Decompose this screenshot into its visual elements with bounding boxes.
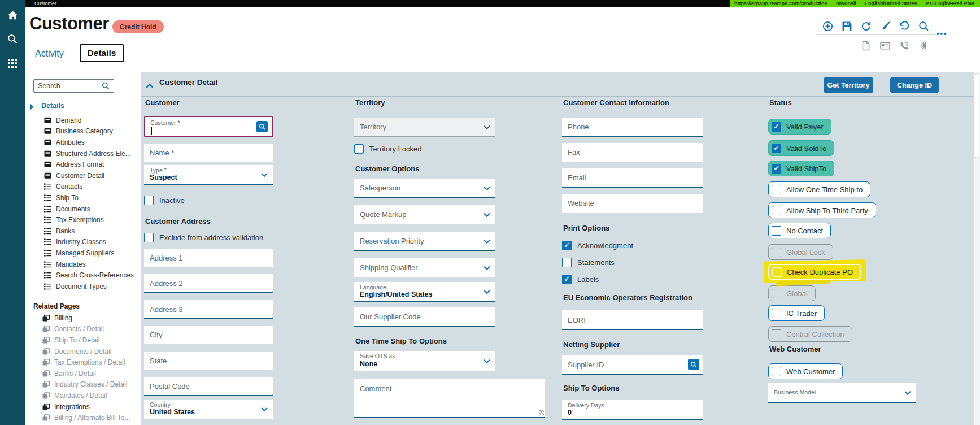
customer-field[interactable]: Customer * <box>144 116 273 137</box>
sidebar-item-tax-exemptions[interactable]: Tax Exemptions <box>44 214 134 225</box>
add-icon[interactable] <box>822 21 833 32</box>
save-ots-dropdown[interactable]: Save OTS as None <box>354 351 495 371</box>
toggle-allow-ship-third-party[interactable]: Allow Ship To Third Party <box>768 202 876 218</box>
clean-icon[interactable] <box>880 21 891 32</box>
exclude-validation-checkbox[interactable] <box>144 233 154 242</box>
acknowledgment-checkbox[interactable] <box>562 241 572 250</box>
sidebar-search-input[interactable]: Search <box>33 79 114 93</box>
get-territory-button[interactable]: Get Territory <box>824 77 873 93</box>
address2-field[interactable]: Address 2 <box>144 274 273 293</box>
vertical-scrollbar[interactable] <box>973 72 980 425</box>
sidebar-item-banks[interactable]: Banks <box>44 225 134 237</box>
app-grid-icon[interactable] <box>0 54 25 73</box>
toggle-valid-soldto[interactable]: Valid SoldTo <box>768 140 834 156</box>
email-field[interactable]: Email <box>562 168 703 188</box>
sidebar-item-demand[interactable]: Demand <box>44 115 134 126</box>
home-icon[interactable] <box>0 6 25 25</box>
sidebar-item-structured-address[interactable]: Structured Address Ele... <box>44 148 134 159</box>
toggle-web-customer[interactable]: Web Customer <box>768 363 843 379</box>
sidebar-item-document-types[interactable]: Document Types <box>44 281 134 292</box>
related-item-banks-detail[interactable]: Banks / Detail <box>42 368 130 379</box>
exclude-validation-checkbox-row[interactable]: Exclude from address validation <box>144 233 263 242</box>
customer-lookup-icon[interactable] <box>256 121 268 132</box>
statements-checkbox[interactable] <box>562 258 572 267</box>
toggle-valid-payer[interactable]: Valid Payer <box>768 119 831 135</box>
delivery-days-field[interactable]: Delivery Days 0 <box>562 400 703 420</box>
our-supplier-code-field[interactable]: Our Supplier Code <box>354 307 495 327</box>
sidebar-item-customer-detail[interactable]: Customer Detail <box>44 170 134 181</box>
language-dropdown[interactable]: Language English/United States <box>354 282 495 302</box>
toggle-check-duplicate-po[interactable]: Check Duplicate PO <box>768 264 861 280</box>
tab-activity[interactable]: Activity <box>35 49 64 59</box>
sidebar-item-business-category[interactable]: Business Category <box>44 126 134 137</box>
supplier-lookup-icon[interactable] <box>688 359 699 370</box>
toggle-ic-trader[interactable]: IC Trader <box>768 305 825 321</box>
country-dropdown[interactable]: Country United States <box>144 400 273 419</box>
overflow-menu-icon[interactable]: ••• <box>937 29 948 38</box>
territory-dropdown[interactable]: Territory <box>354 118 495 137</box>
toggle-valid-shipto[interactable]: Valid ShipTo <box>768 161 834 176</box>
sidebar-item-documents[interactable]: Documents <box>44 203 134 215</box>
sidebar-item-attributes[interactable]: Attributes <box>44 137 134 148</box>
postal-code-field[interactable]: Postal Code <box>144 377 273 396</box>
related-item-industry-classes-detail[interactable]: Industry Classes / Detail <box>42 379 130 391</box>
eori-field[interactable]: EORI <box>562 310 703 330</box>
inactive-checkbox-row[interactable]: Inactive <box>144 196 185 205</box>
toggle-allow-one-time-ship[interactable]: Allow One Time Ship to <box>768 181 870 197</box>
related-item-ship-to-detail[interactable]: Ship To / Detail <box>42 335 130 346</box>
website-field[interactable]: Website <box>562 194 703 213</box>
related-item-mandates-detail[interactable]: Mandates / Detail <box>42 390 130 401</box>
related-item-contacts-detail[interactable]: Contacts / Detail <box>42 324 130 335</box>
fax-field[interactable]: Fax <box>562 143 703 162</box>
document-icon[interactable] <box>860 40 871 51</box>
search-icon[interactable] <box>0 29 25 49</box>
sidebar-item-contacts[interactable]: Contacts <box>44 181 134 193</box>
territory-locked-checkbox-row[interactable]: Territory Locked <box>354 144 421 154</box>
search-records-icon[interactable] <box>918 21 929 32</box>
address1-field[interactable]: Address 1 <box>144 249 273 267</box>
phone-field[interactable]: Phone <box>562 118 703 137</box>
related-item-tax-exemptions-detail[interactable]: Tax Exemptions / Detail <box>42 357 130 368</box>
sidebar-item-search-cross-references[interactable]: Search Cross-References <box>44 270 134 281</box>
sidebar-item-ship-to[interactable]: Ship To <box>44 192 134 203</box>
related-item-billing-alternate[interactable]: Billing / Alternate Bill To... <box>42 412 130 423</box>
type-dropdown[interactable]: Type * Suspect <box>144 165 273 185</box>
business-model-dropdown[interactable]: Business Model <box>768 383 916 403</box>
sidebar-item-address-format[interactable]: Address Format <box>44 159 134 170</box>
sidebar-item-industry-classes[interactable]: Industry Classes <box>44 237 134 248</box>
toggle-no-contact[interactable]: No Contact <box>768 223 831 238</box>
quote-markup-dropdown[interactable]: Quote Markup <box>354 205 495 224</box>
related-item-billing[interactable]: Billing <box>42 313 130 324</box>
refresh-icon[interactable] <box>861 21 872 32</box>
salesperson-dropdown[interactable]: Salesperson <box>354 179 495 198</box>
attachment-icon[interactable] <box>918 40 929 51</box>
inactive-checkbox[interactable] <box>144 196 154 205</box>
sidebar-item-managed-suppliers[interactable]: Managed Suppliers <box>44 248 134 259</box>
scrollbar-thumb[interactable] <box>975 73 979 158</box>
card-icon <box>44 161 51 168</box>
undo-icon[interactable] <box>899 21 910 32</box>
name-field[interactable]: Name * <box>144 144 273 162</box>
acknowledgment-checkbox-row[interactable]: Acknowledgment <box>562 241 633 250</box>
resize-handle[interactable] <box>539 410 544 415</box>
change-id-button[interactable]: Change ID <box>890 77 939 93</box>
collapse-chevron-up-icon[interactable] <box>146 81 154 91</box>
city-field[interactable]: City <box>144 326 273 344</box>
related-item-documents-detail[interactable]: Documents / Detail <box>42 346 130 357</box>
shipping-qualifier-dropdown[interactable]: Shipping Qualifier <box>354 258 495 277</box>
related-item-integrations[interactable]: Integrations <box>42 401 130 413</box>
sidebar-item-mandates[interactable]: Mandates <box>44 259 134 270</box>
tab-details[interactable]: Details <box>80 44 124 62</box>
statements-checkbox-row[interactable]: Statements <box>562 258 615 267</box>
save-icon[interactable] <box>842 21 852 32</box>
contact-card-icon[interactable] <box>879 40 890 51</box>
comment-textarea[interactable]: Comment <box>354 379 545 418</box>
state-field[interactable]: State <box>144 352 273 370</box>
territory-locked-checkbox[interactable] <box>354 144 364 154</box>
labels-checkbox[interactable] <box>562 275 572 284</box>
reservation-priority-dropdown[interactable]: Reservation Priority <box>354 232 495 251</box>
call-list-icon[interactable] <box>899 40 909 51</box>
address3-field[interactable]: Address 3 <box>144 300 273 319</box>
labels-checkbox-row[interactable]: Labels <box>562 275 599 284</box>
supplier-id-field[interactable]: Supplier ID <box>562 355 703 375</box>
